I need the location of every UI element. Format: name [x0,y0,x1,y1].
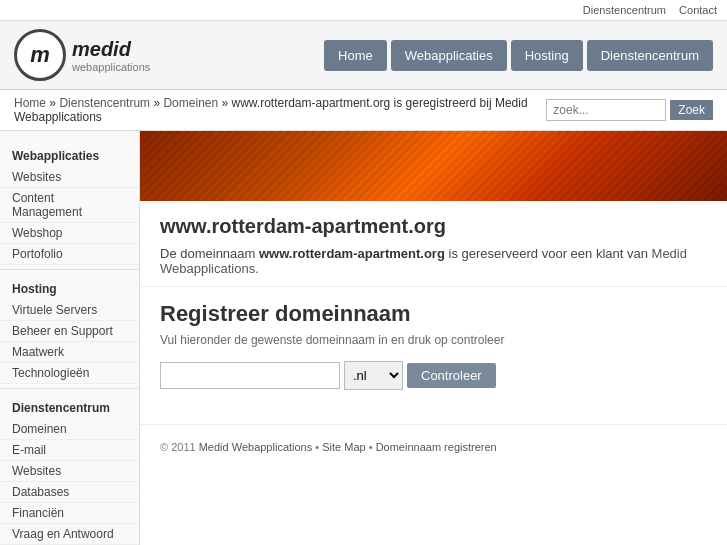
sidebar-section-hosting: Hosting [0,274,139,300]
nav-dienstencentrum[interactable]: Dienstencentrum [587,40,713,71]
sidebar-item-websites[interactable]: Websites [0,167,139,188]
top-bar: Dienstencentrum Contact [0,0,727,21]
breadcrumb-bar: Home » Dienstencentrum » Domeinen » www.… [0,90,727,131]
logo-text-block: medid webapplications [72,38,150,73]
sidebar-item-vraag-antwoord[interactable]: Vraag en Antwoord [0,524,139,545]
sidebar-item-databases[interactable]: Databases [0,482,139,503]
topbar-contact-link[interactable]: Contact [679,4,717,16]
domain-desc-suffix: is gereserveerd voor een klant van [445,246,652,261]
sidebar: Webapplicaties Websites Content Manageme… [0,131,140,545]
register-description: Vul hieronder de gewenste domeinnaam in … [160,333,707,347]
domain-desc-bold: www.rotterdam-apartment.org [259,246,445,261]
banner-image [140,131,727,201]
topbar-dienstencentrum-link[interactable]: Dienstencentrum [583,4,666,16]
logo-sub: webapplications [72,61,150,73]
main-layout: Webapplicaties Websites Content Manageme… [0,131,727,545]
sidebar-item-virtuele-servers[interactable]: Virtuele Servers [0,300,139,321]
sidebar-item-technologieen[interactable]: Technologieën [0,363,139,384]
sidebar-section-webapplicaties: Webapplicaties [0,141,139,167]
logo-name: medid [72,38,150,61]
header: m medid webapplications Home Webapplicat… [0,21,727,90]
breadcrumb-home[interactable]: Home [14,96,46,110]
search-button[interactable]: Zoek [670,100,713,120]
search-input[interactable] [546,99,666,121]
footer-sitemap[interactable]: Site Map [322,441,365,453]
tld-select[interactable]: .nl .com .org .net .eu [344,361,403,390]
register-section: Registreer domeinnaam Vul hieronder de g… [140,287,727,404]
breadcrumb-domeinen[interactable]: Domeinen [163,96,218,110]
sidebar-item-financien[interactable]: Financiën [0,503,139,524]
sidebar-item-webshop[interactable]: Webshop [0,223,139,244]
sidebar-item-portofolio[interactable]: Portofolio [0,244,139,265]
content-area: www.rotterdam-apartment.org De domeinnaa… [140,131,727,545]
search-area: Zoek [546,99,713,121]
sidebar-divider-2 [0,388,139,389]
domain-title: www.rotterdam-apartment.org [160,215,707,238]
logo: m medid webapplications [14,29,150,81]
nav-hosting[interactable]: Hosting [511,40,583,71]
sidebar-divider-1 [0,269,139,270]
nav-webapplicaties[interactable]: Webapplicaties [391,40,507,71]
sidebar-item-email[interactable]: E-mail [0,440,139,461]
breadcrumb-dienstencentrum[interactable]: Dienstencentrum [59,96,150,110]
footer-domeinnaam[interactable]: Domeinnaam registreren [376,441,497,453]
domain-description: De domeinnaam www.rotterdam-apartment.or… [160,246,707,276]
footer-company[interactable]: Medid Webapplications [199,441,313,453]
sidebar-section-dienstencentrum: Dienstencentrum [0,393,139,419]
sidebar-item-domeinen[interactable]: Domeinen [0,419,139,440]
register-form: .nl .com .org .net .eu Controleer [160,361,707,390]
register-title: Registreer domeinnaam [160,301,707,327]
check-button[interactable]: Controleer [407,363,496,388]
sidebar-item-maatwerk[interactable]: Maatwerk [0,342,139,363]
sidebar-item-beheer[interactable]: Beheer en Support [0,321,139,342]
sidebar-item-content-management[interactable]: Content Management [0,188,139,223]
logo-icon: m [14,29,66,81]
domain-desc-prefix: De domeinnaam [160,246,259,261]
breadcrumb: Home » Dienstencentrum » Domeinen » www.… [14,96,546,124]
domain-desc-end: . [255,261,259,276]
domain-section: www.rotterdam-apartment.org De domeinnaa… [140,201,727,287]
nav-buttons: Home Webapplicaties Hosting Dienstencent… [324,40,713,71]
nav-home[interactable]: Home [324,40,387,71]
footer-copyright: © 2011 [160,441,196,453]
domain-name-input[interactable] [160,362,340,389]
sidebar-item-websites-dc[interactable]: Websites [0,461,139,482]
content-footer: © 2011 Medid Webapplications • Site Map … [140,424,727,469]
